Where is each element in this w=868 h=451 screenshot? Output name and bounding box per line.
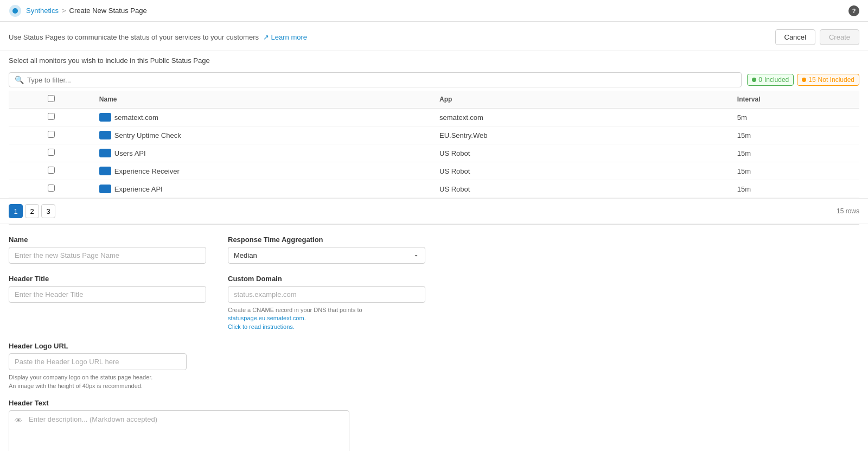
custom-domain-group: Custom Domain Create a CNAME record in y… [228,275,425,331]
row-name-cell: Experience API [94,180,434,198]
read-instructions-link[interactable]: Click to read instructions. [228,323,295,330]
search-icon: 🔍 [15,75,24,84]
row-name-cell: Users API [94,144,434,162]
table-row: Experience API US Robot 15m [9,180,859,198]
svg-point-1 [12,8,18,14]
included-dot [752,78,756,82]
pagination: 123 15 rows [0,198,868,224]
response-time-group: Response Time Aggregation Median Average… [228,236,425,264]
monitor-icon [99,185,111,193]
search-input[interactable] [27,76,736,84]
included-count: 0 [758,76,762,84]
custom-domain-hint: Create a CNAME record in your DNS that p… [228,306,425,331]
header-text-input[interactable] [29,415,343,451]
topbar: Synthetics > Create New Status Page ? [0,0,868,22]
not-included-count: 15 [808,76,815,84]
row-checkbox[interactable] [48,149,55,156]
header-logo-section: Header Logo URL Display your company log… [0,342,195,399]
monitor-icon [99,167,111,175]
header-title-input[interactable] [9,286,206,303]
header-logo-label: Header Logo URL [9,342,187,350]
cancel-button[interactable]: Cancel [775,29,815,45]
header-text-section: Header Text 👁 [0,399,358,451]
create-button[interactable]: Create [820,29,859,45]
response-time-label: Response Time Aggregation [228,236,425,244]
response-time-select[interactable]: Median Average 95th Percentile 99th Perc… [228,247,425,264]
row-name: Experience Receiver [114,167,180,175]
synthetics-logo [9,4,22,17]
monitor-icon [99,149,111,157]
table-row: Sentry Uptime Check EU.Sentry.Web 15m [9,126,859,144]
col-header-name: Name [94,91,434,109]
row-interval-cell: 15m [732,144,859,162]
form-section: Name Response Time Aggregation Median Av… [0,225,434,342]
header-title-group: Header Title [9,275,206,331]
page-header: Use Status Pages to communicate the stat… [0,22,868,51]
row-app-cell: US Robot [434,144,732,162]
row-interval-cell: 15m [732,162,859,180]
custom-domain-cname-value: statuspage.eu.sematext.com [228,315,304,321]
custom-domain-label: Custom Domain [228,275,425,283]
monitor-icon [99,131,111,139]
page-btn-2[interactable]: 2 [25,204,39,218]
row-name: Sentry Uptime Check [114,131,181,139]
monitor-table: Name App Interval sematext.com sematext.… [9,91,859,198]
row-app-cell: sematext.com [434,109,732,126]
row-app-cell: US Robot [434,162,732,180]
header-logo-hint2: An image with the height of 40px is reco… [9,382,187,390]
eye-icon: 👁 [15,416,22,425]
breadcrumb: Synthetics > Create New Status Page [26,7,147,15]
learn-more-link[interactable]: ↗ Learn more [263,33,307,41]
filter-bar: 🔍 0 Included 15 Not Included [0,69,868,91]
row-app-cell: EU.Sentry.Web [434,126,732,144]
not-included-label: Not Included [818,76,854,84]
header-text-label: Header Text [9,399,349,407]
help-icon[interactable]: ? [848,5,859,16]
row-name: Experience API [114,185,163,193]
name-group: Name [9,236,206,264]
row-checkbox[interactable] [48,113,55,120]
rows-count: 15 rows [837,207,859,215]
row-name-cell: Experience Receiver [94,162,434,180]
row-name-cell: sematext.com [94,109,434,126]
page-btn-3[interactable]: 3 [41,204,55,218]
row-interval-cell: 15m [732,126,859,144]
page-header-actions: Cancel Create [775,29,860,45]
included-badge: 0 Included [747,74,794,86]
table-row: Experience Receiver US Robot 15m [9,162,859,180]
monitor-icon [99,113,111,122]
row-checkbox[interactable] [48,167,55,174]
breadcrumb-separator: > [62,7,66,15]
custom-domain-hint-text: Create a CNAME record in your DNS that p… [228,307,362,313]
page-btn-1[interactable]: 1 [9,204,23,218]
topbar-right: ? [848,5,859,16]
header-logo-group: Header Logo URL Display your company log… [9,342,187,390]
name-label: Name [9,236,206,244]
row-interval-cell: 15m [732,180,859,198]
filter-badges: 0 Included 15 Not Included [747,74,859,86]
header-text-area[interactable]: 👁 [9,410,349,451]
row-checkbox-cell[interactable] [9,109,94,126]
custom-domain-input[interactable] [228,286,425,303]
row-checkbox[interactable] [48,131,55,138]
monitors-section-label: Select all monitors you wish to include … [0,51,868,69]
monitor-table-container: Name App Interval sematext.com sematext.… [0,91,868,198]
header-logo-hint1: Display your company logo on the status … [9,373,187,382]
not-included-badge: 15 Not Included [797,74,859,86]
row-name: Users API [114,149,146,157]
row-checkbox-cell[interactable] [9,144,94,162]
custom-domain-hint2: . [304,315,306,321]
row-checkbox-cell[interactable] [9,162,94,180]
breadcrumb-current: Create New Status Page [69,7,147,15]
header-logo-input[interactable] [9,353,187,370]
page-description-text: Use Status Pages to communicate the stat… [9,33,259,41]
row-checkbox[interactable] [48,185,55,192]
row-checkbox-cell[interactable] [9,180,94,198]
page-header-description: Use Status Pages to communicate the stat… [9,33,307,41]
header-title-label: Header Title [9,275,206,283]
breadcrumb-synthetics-link[interactable]: Synthetics [26,7,59,15]
row-checkbox-cell[interactable] [9,126,94,144]
name-input[interactable] [9,247,206,264]
select-all-checkbox[interactable] [48,95,55,102]
header-logo-hint: Display your company logo on the status … [9,373,187,390]
